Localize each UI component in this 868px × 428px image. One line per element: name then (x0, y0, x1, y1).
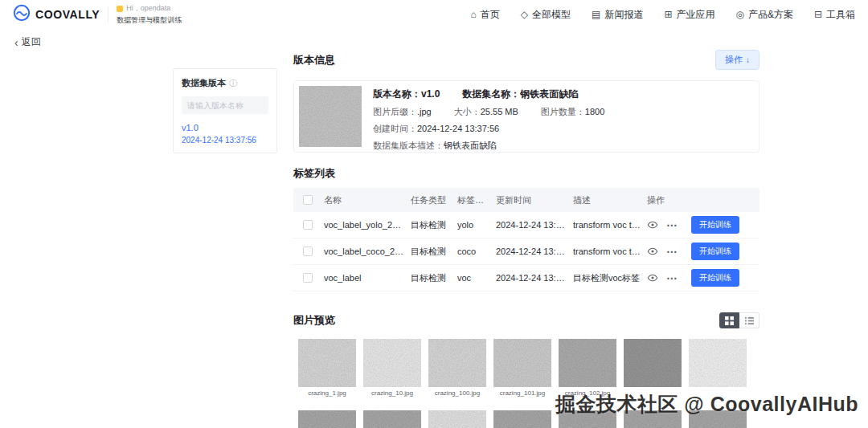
list-view-button[interactable] (739, 312, 760, 328)
image-cell[interactable]: crazing_102.jpg (559, 339, 616, 397)
label-row: voc_label_coco_2024... 目标检测 coco 2024-12… (293, 238, 760, 265)
main-content: 版本信息 操作 ↓ 版本名称：v1.0 数据集名称：钢铁表面缺陷 (293, 50, 760, 428)
products-icon: ◎ (735, 10, 743, 19)
label-type: voc (457, 273, 496, 283)
preview-eye-icon[interactable] (647, 246, 658, 257)
description-value: 钢铁表面缺陷 (444, 141, 497, 150)
brand-name: COOVALLY (35, 8, 100, 21)
label-description: transform voc to co... (573, 247, 647, 256)
version-time: 2024-12-24 13:37:56 (182, 136, 268, 145)
image-cell[interactable] (493, 410, 551, 428)
label-type: coco (457, 247, 496, 256)
image-thumbnail (363, 410, 421, 428)
watermark: 掘金技术社区 @ CoovallyAIHub (555, 391, 858, 418)
image-cell[interactable] (363, 410, 421, 428)
select-all-checkbox[interactable] (303, 195, 313, 205)
row-checkbox[interactable] (303, 220, 313, 230)
image-thumbnail (689, 339, 747, 387)
label-type: yolo (457, 220, 496, 230)
more-options-icon[interactable]: ⋯ (666, 271, 678, 284)
preview-eye-icon[interactable] (647, 272, 658, 283)
nav-item-news[interactable]: ▤ 新闻报道 (592, 8, 643, 22)
industry-icon: ⊞ (664, 10, 672, 19)
dataset-name-label: 数据集名称： (462, 88, 520, 100)
image-cell[interactable] (298, 410, 356, 428)
version-search-input[interactable] (182, 96, 268, 114)
count-value: 1800 (585, 107, 604, 116)
nav-item-products[interactable]: ◎ 产品&方案 (735, 8, 793, 22)
app-window: COOVALLY Hi，opendata 数据管理与模型训练 ⌂ 首页 ◇ 全部… (0, 0, 868, 428)
dataset-name-value: 钢铁表面缺陷 (520, 88, 578, 100)
chevron-left-icon: ‹ (14, 37, 18, 48)
nav-label: 产业应用 (676, 8, 714, 22)
version-name: v1.0 (182, 123, 268, 132)
nav-item-industry[interactable]: ⊞ 产业应用 (664, 8, 714, 22)
more-options-icon[interactable]: ⋯ (666, 245, 678, 258)
back-label: 返回 (22, 35, 41, 49)
column-header-label-type: 标签类型 (457, 194, 496, 206)
suffix-value: .jpg (417, 107, 432, 116)
operations-label: 操作 (725, 54, 743, 66)
image-thumbnail (363, 339, 421, 387)
image-thumbnail (624, 339, 682, 387)
user-greeting: Hi，opendata 数据管理与模型训练 (117, 3, 182, 26)
label-updated: 2024-12-24 13:38:02 (496, 273, 573, 283)
image-cell[interactable] (624, 339, 682, 397)
version-info-card: 版本名称：v1.0 数据集名称：钢铁表面缺陷 图片后缀：.jpg 大小：25.5… (293, 80, 760, 153)
label-name: voc_label_coco_2024... (324, 247, 411, 256)
image-cell[interactable]: crazing_101.jpg (493, 339, 551, 397)
row-checkbox[interactable] (303, 273, 313, 283)
column-header-name: 名称 (324, 194, 411, 206)
grid-icon (725, 316, 734, 325)
section-title-version-info: 版本信息 (293, 53, 335, 67)
labels-table: 名称 任务类型 标签类型 更新时间 描述 操作 voc_label_yolo_2… (293, 188, 760, 291)
toolbox-icon: ⊟ (814, 10, 822, 19)
start-training-button[interactable]: 开始训练 (691, 243, 739, 260)
version-list-item[interactable]: v1.0 2024-12-24 13:37:56 (182, 123, 268, 145)
operations-button[interactable]: 操作 ↓ (715, 50, 760, 70)
label-description: transform voc to yolo (573, 220, 647, 230)
preview-eye-icon[interactable] (647, 219, 658, 230)
label-updated: 2024-12-24 13:38:35 (496, 247, 573, 256)
nav-item-home[interactable]: ⌂ 首页 (471, 8, 500, 22)
nav-item-toolbox[interactable]: ⊟ 工具箱 (814, 8, 855, 22)
start-training-button[interactable]: 开始训练 (691, 216, 739, 234)
section-title-labels: 标签列表 (293, 166, 760, 181)
back-link[interactable]: ‹ 返回 (14, 35, 41, 49)
image-cell[interactable] (428, 410, 486, 428)
image-thumbnail (298, 339, 356, 387)
column-header-updated: 更新时间 (496, 194, 573, 206)
view-toggle (719, 312, 760, 328)
nav-label: 全部模型 (532, 8, 571, 22)
image-filename: crazing_100.jpg (428, 389, 486, 397)
list-icon (745, 316, 754, 325)
label-name: voc_label_yolo_2024... (324, 220, 411, 230)
nav-item-all-models[interactable]: ◇ 全部模型 (521, 8, 571, 22)
greeting-subtitle: 数据管理与模型训练 (117, 15, 182, 26)
image-thumbnail (559, 339, 616, 387)
column-header-actions: 操作 (647, 194, 760, 206)
column-header-task-type: 任务类型 (411, 194, 457, 206)
dataset-cover-thumbnail (299, 86, 362, 147)
brand[interactable]: COOVALLY (13, 4, 100, 25)
start-training-button[interactable]: 开始训练 (691, 269, 739, 287)
navbar: COOVALLY Hi，opendata 数据管理与模型训练 ⌂ 首页 ◇ 全部… (0, 0, 868, 29)
image-cell[interactable]: crazing_1.jpg (298, 339, 356, 397)
main-nav: ⌂ 首页 ◇ 全部模型 ▤ 新闻报道 ⊞ 产业应用 ◎ 产品&方案 ⊟ 工具箱 (471, 8, 855, 22)
created-value: 2024-12-24 13:37:56 (417, 124, 499, 133)
grid-view-button[interactable] (719, 312, 739, 328)
more-options-icon[interactable]: ⋯ (666, 218, 678, 231)
size-value: 25.55 MB (481, 107, 518, 116)
section-title-preview: 图片预览 (293, 313, 335, 328)
greeting-text: Hi，opendata (126, 3, 170, 14)
label-row: voc_label 目标检测 voc 2024-12-24 13:38:02 目… (293, 265, 760, 291)
nav-label: 首页 (481, 8, 500, 22)
row-checkbox[interactable] (303, 247, 313, 256)
image-cell[interactable] (689, 339, 747, 397)
image-cell[interactable]: crazing_100.jpg (428, 339, 486, 397)
nav-label: 产品&方案 (748, 8, 793, 22)
image-filename: crazing_10.jpg (363, 389, 421, 397)
table-header-row: 名称 任务类型 标签类型 更新时间 描述 操作 (293, 188, 760, 212)
image-cell[interactable]: crazing_10.jpg (363, 339, 421, 397)
info-icon[interactable]: ⓘ (229, 78, 237, 89)
